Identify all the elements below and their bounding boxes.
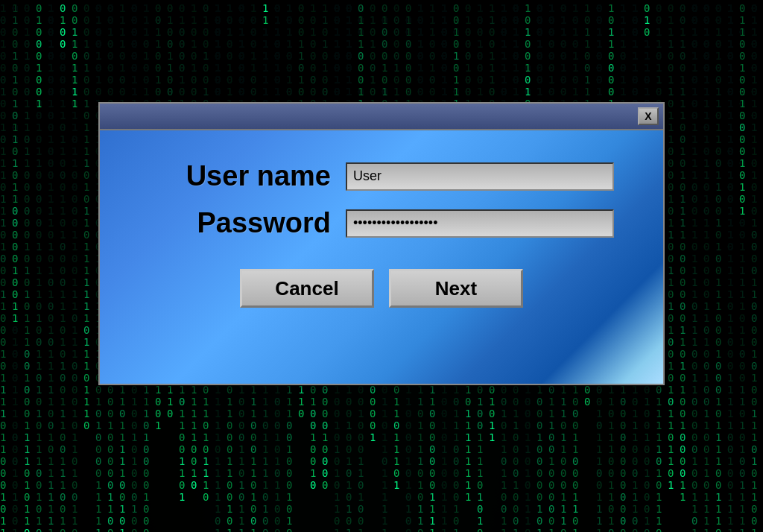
cancel-button[interactable]: Cancel [240, 269, 374, 308]
dialog-body: User name Password Cancel Next [100, 130, 663, 384]
button-row: Cancel Next [122, 269, 641, 308]
password-row: Password [122, 207, 641, 239]
form-section: User name Password [122, 160, 641, 239]
login-dialog: X User name Password Cancel Next [98, 102, 665, 385]
dialog-titlebar: X [100, 104, 663, 130]
next-button[interactable]: Next [389, 269, 523, 308]
username-input[interactable] [346, 162, 614, 191]
username-label: User name [122, 160, 331, 192]
dialog-window: X User name Password Cancel Next [98, 102, 665, 385]
password-input[interactable] [346, 209, 614, 238]
username-row: User name [122, 160, 641, 192]
close-button[interactable]: X [638, 107, 659, 125]
password-label: Password [122, 207, 331, 239]
